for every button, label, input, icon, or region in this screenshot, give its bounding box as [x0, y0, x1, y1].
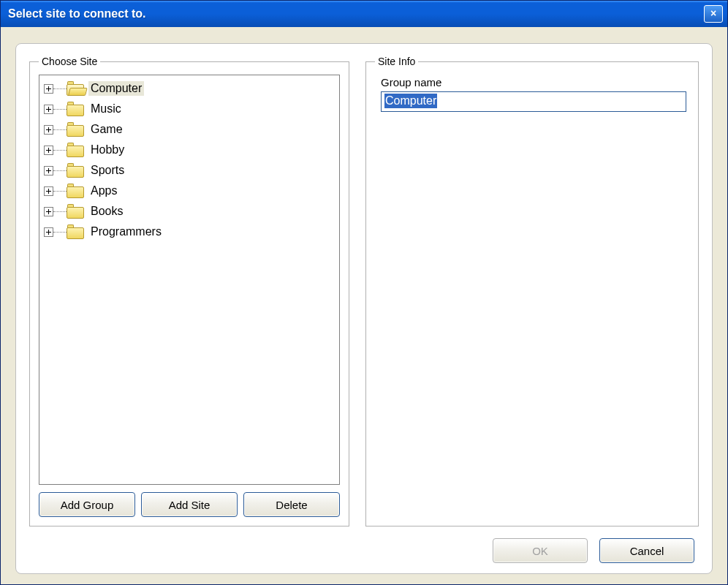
close-button[interactable]: × — [704, 5, 723, 23]
tree-item-label[interactable]: Sports — [88, 163, 126, 178]
folder-icon — [67, 143, 84, 157]
cancel-button[interactable]: Cancel — [599, 538, 694, 563]
dialog-window: Select site to connect to. × Choose Site… — [0, 0, 728, 585]
add-group-button[interactable]: Add Group — [39, 492, 135, 517]
tree-item-label[interactable]: Music — [88, 102, 124, 116]
folder-icon — [67, 204, 84, 219]
tree-connector — [53, 109, 67, 110]
tree-item[interactable]: Hobby — [42, 140, 336, 160]
tree-item[interactable]: Sports — [42, 160, 336, 181]
group-name-label: Group name — [381, 76, 689, 88]
tree-item[interactable]: Computer — [42, 78, 336, 99]
tree-item-label[interactable]: Computer — [88, 81, 144, 96]
tree-connector — [53, 170, 67, 171]
site-info-group: Site Info Group name Computer — [365, 56, 699, 526]
window-title: Select site to connect to. — [8, 7, 145, 20]
folder-icon — [67, 184, 84, 198]
folder-icon — [67, 224, 84, 239]
expand-icon[interactable] — [44, 207, 53, 216]
expand-icon[interactable] — [44, 186, 53, 196]
expand-icon[interactable] — [44, 166, 53, 176]
main-panel: Choose Site ComputerMusicGameHobbySports… — [15, 43, 713, 574]
folder-open-icon — [67, 81, 84, 96]
close-icon: × — [710, 7, 716, 19]
tree-item[interactable]: Game — [42, 119, 336, 140]
expand-icon[interactable] — [44, 125, 53, 135]
expand-icon[interactable] — [44, 227, 53, 237]
tree-button-row: Add Group Add Site Delete — [39, 492, 340, 517]
tree-item[interactable]: Apps — [42, 181, 336, 201]
tree-item-label[interactable]: Apps — [88, 184, 119, 198]
tree-item[interactable]: Music — [42, 99, 336, 119]
tree-connector — [53, 232, 67, 233]
expand-icon[interactable] — [44, 146, 53, 155]
tree-item-label[interactable]: Programmers — [88, 224, 164, 239]
tree-item[interactable]: Books — [42, 201, 336, 222]
folder-icon — [67, 163, 84, 178]
group-name-input[interactable]: Computer — [381, 91, 686, 112]
tree-item-label[interactable]: Game — [88, 122, 125, 137]
dialog-footer: OK Cancel — [29, 526, 699, 563]
folder-icon — [67, 122, 84, 137]
columns: Choose Site ComputerMusicGameHobbySports… — [29, 56, 699, 526]
ok-button[interactable]: OK — [493, 538, 588, 563]
tree-item-label[interactable]: Books — [88, 204, 125, 219]
folder-icon — [67, 102, 84, 116]
titlebar[interactable]: Select site to connect to. × — [1, 1, 727, 27]
tree-connector — [53, 211, 67, 212]
expand-icon[interactable] — [44, 105, 53, 114]
tree-connector — [53, 88, 67, 89]
tree-connector — [53, 150, 67, 151]
client-area: Choose Site ComputerMusicGameHobbySports… — [1, 27, 727, 584]
choose-site-legend: Choose Site — [39, 56, 100, 67]
add-site-button[interactable]: Add Site — [141, 492, 238, 517]
site-info-legend: Site Info — [375, 56, 418, 67]
tree-connector — [53, 129, 67, 130]
delete-button[interactable]: Delete — [243, 492, 340, 517]
site-tree[interactable]: ComputerMusicGameHobbySportsAppsBooksPro… — [39, 75, 340, 485]
group-name-value: Computer — [384, 94, 437, 108]
choose-site-group: Choose Site ComputerMusicGameHobbySports… — [29, 56, 349, 526]
tree-item-label[interactable]: Hobby — [88, 143, 126, 157]
expand-icon[interactable] — [44, 84, 53, 94]
tree-connector — [53, 191, 67, 192]
tree-item[interactable]: Programmers — [42, 222, 336, 242]
